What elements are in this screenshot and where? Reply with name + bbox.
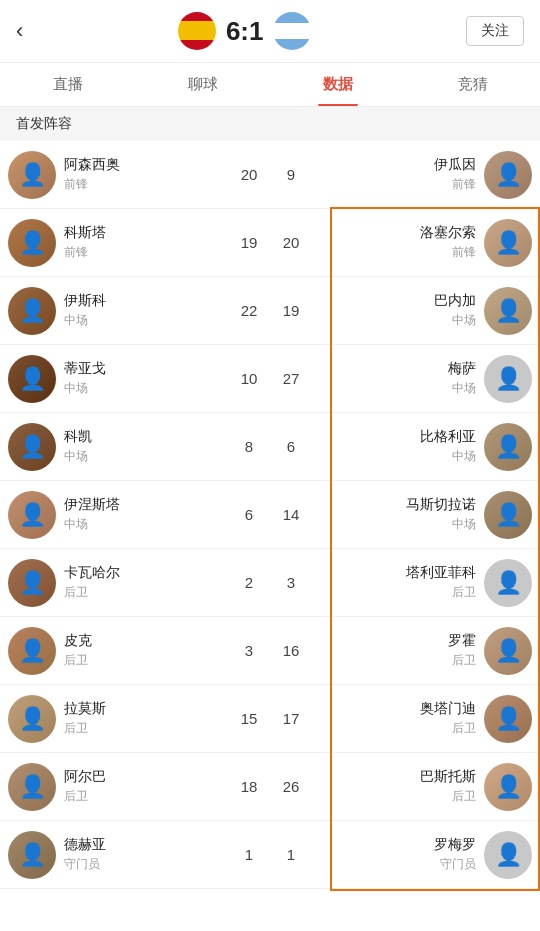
player-info: 拉莫斯 后卫 bbox=[64, 700, 106, 737]
player-pos: 中场 bbox=[406, 516, 476, 533]
num-left: 8 bbox=[237, 438, 261, 455]
tab-live[interactable]: 直播 bbox=[0, 63, 135, 106]
player-pos: 后卫 bbox=[406, 584, 476, 601]
player-pos: 中场 bbox=[434, 312, 476, 329]
player-info: 蒂亚戈 中场 bbox=[64, 360, 106, 397]
left-player: 👤 皮克 后卫 bbox=[8, 627, 227, 675]
right-player-info: 巴斯托斯 后卫 bbox=[420, 768, 476, 805]
avatar: 👤 bbox=[8, 287, 56, 335]
left-player: 👤 蒂亚戈 中场 bbox=[8, 355, 227, 403]
right-player: 洛塞尔索 前锋 👤 bbox=[313, 219, 532, 267]
num-right: 17 bbox=[279, 710, 303, 727]
player-name: 阿森西奥 bbox=[64, 156, 120, 174]
player-name: 皮克 bbox=[64, 632, 92, 650]
num-left: 2 bbox=[237, 574, 261, 591]
right-player: 罗霍 后卫 👤 bbox=[313, 627, 532, 675]
avatar: 👤 bbox=[8, 831, 56, 879]
right-player: 罗梅罗 守门员 👤 bbox=[313, 831, 532, 879]
player-info: 科凯 中场 bbox=[64, 428, 92, 465]
table-row: 👤 蒂亚戈 中场 10 27 梅萨 中场 👤 bbox=[0, 345, 540, 413]
player-pos: 后卫 bbox=[420, 720, 476, 737]
player-pos: 后卫 bbox=[64, 652, 92, 669]
num-right: 3 bbox=[279, 574, 303, 591]
left-player: 👤 拉莫斯 后卫 bbox=[8, 695, 227, 743]
player-name: 拉莫斯 bbox=[64, 700, 106, 718]
argentina-flag bbox=[273, 12, 311, 50]
player-name: 罗霍 bbox=[448, 632, 476, 650]
num-right: 14 bbox=[279, 506, 303, 523]
player-name: 洛塞尔索 bbox=[420, 224, 476, 242]
avatar: 👤 bbox=[484, 423, 532, 471]
player-pos: 前锋 bbox=[64, 244, 106, 261]
num-left: 15 bbox=[237, 710, 261, 727]
avatar: 👤 bbox=[484, 831, 532, 879]
player-pos: 中场 bbox=[64, 380, 106, 397]
avatar: 👤 bbox=[8, 695, 56, 743]
player-list: 👤 阿森西奥 前锋 20 9 伊瓜因 前锋 👤 👤 科斯塔 前锋 bbox=[0, 141, 540, 889]
left-player: 👤 伊涅斯塔 中场 bbox=[8, 491, 227, 539]
table-row: 👤 伊涅斯塔 中场 6 14 马斯切拉诺 中场 👤 bbox=[0, 481, 540, 549]
spain-flag bbox=[178, 12, 216, 50]
tab-chat[interactable]: 聊球 bbox=[135, 63, 270, 106]
right-player-info: 巴内加 中场 bbox=[434, 292, 476, 329]
tab-predict[interactable]: 竞猜 bbox=[405, 63, 540, 106]
numbers: 8 6 bbox=[227, 438, 313, 455]
right-player-info: 罗霍 后卫 bbox=[448, 632, 476, 669]
num-left: 10 bbox=[237, 370, 261, 387]
right-player-info: 奥塔门迪 后卫 bbox=[420, 700, 476, 737]
player-info: 伊斯科 中场 bbox=[64, 292, 106, 329]
avatar: 👤 bbox=[8, 355, 56, 403]
player-pos: 中场 bbox=[64, 516, 120, 533]
avatar: 👤 bbox=[484, 627, 532, 675]
player-name: 卡瓦哈尔 bbox=[64, 564, 120, 582]
left-player: 👤 阿森西奥 前锋 bbox=[8, 151, 227, 199]
player-info: 伊涅斯塔 中场 bbox=[64, 496, 120, 533]
player-pos: 中场 bbox=[448, 380, 476, 397]
player-pos: 中场 bbox=[420, 448, 476, 465]
num-right: 9 bbox=[279, 166, 303, 183]
avatar: 👤 bbox=[484, 559, 532, 607]
tab-data[interactable]: 数据 bbox=[270, 63, 405, 106]
player-name: 罗梅罗 bbox=[434, 836, 476, 854]
table-row: 👤 卡瓦哈尔 后卫 2 3 塔利亚菲科 后卫 👤 bbox=[0, 549, 540, 617]
right-player-info: 罗梅罗 守门员 bbox=[434, 836, 476, 873]
num-left: 19 bbox=[237, 234, 261, 251]
player-pos: 前锋 bbox=[434, 176, 476, 193]
player-pos: 后卫 bbox=[64, 584, 120, 601]
player-pos: 前锋 bbox=[64, 176, 120, 193]
left-player: 👤 科斯塔 前锋 bbox=[8, 219, 227, 267]
back-button[interactable]: ‹ bbox=[16, 18, 23, 44]
right-player-info: 梅萨 中场 bbox=[448, 360, 476, 397]
player-name: 梅萨 bbox=[448, 360, 476, 378]
right-player: 奥塔门迪 后卫 👤 bbox=[313, 695, 532, 743]
table-row: 👤 阿尔巴 后卫 18 26 巴斯托斯 后卫 👤 bbox=[0, 753, 540, 821]
right-player-info: 洛塞尔索 前锋 bbox=[420, 224, 476, 261]
table-row: 👤 科凯 中场 8 6 比格利亚 中场 👤 bbox=[0, 413, 540, 481]
left-player: 👤 德赫亚 守门员 bbox=[8, 831, 227, 879]
avatar: 👤 bbox=[8, 627, 56, 675]
avatar: 👤 bbox=[484, 695, 532, 743]
player-name: 德赫亚 bbox=[64, 836, 106, 854]
num-left: 6 bbox=[237, 506, 261, 523]
player-info: 阿森西奥 前锋 bbox=[64, 156, 120, 193]
num-right: 26 bbox=[279, 778, 303, 795]
follow-button[interactable]: 关注 bbox=[466, 16, 524, 46]
right-player: 巴斯托斯 后卫 👤 bbox=[313, 763, 532, 811]
avatar: 👤 bbox=[484, 763, 532, 811]
right-player: 比格利亚 中场 👤 bbox=[313, 423, 532, 471]
numbers: 22 19 bbox=[227, 302, 313, 319]
player-pos: 后卫 bbox=[420, 788, 476, 805]
numbers: 2 3 bbox=[227, 574, 313, 591]
right-player: 伊瓜因 前锋 👤 bbox=[313, 151, 532, 199]
player-name: 蒂亚戈 bbox=[64, 360, 106, 378]
player-name: 伊瓜因 bbox=[434, 156, 476, 174]
table-row: 👤 科斯塔 前锋 19 20 洛塞尔索 前锋 👤 bbox=[0, 209, 540, 277]
num-left: 18 bbox=[237, 778, 261, 795]
table-row: 👤 皮克 后卫 3 16 罗霍 后卫 👤 bbox=[0, 617, 540, 685]
right-player-info: 比格利亚 中场 bbox=[420, 428, 476, 465]
right-player-info: 马斯切拉诺 中场 bbox=[406, 496, 476, 533]
avatar: 👤 bbox=[8, 151, 56, 199]
table-row: 👤 德赫亚 守门员 1 1 罗梅罗 守门员 👤 bbox=[0, 821, 540, 889]
avatar: 👤 bbox=[484, 151, 532, 199]
right-player-info: 伊瓜因 前锋 bbox=[434, 156, 476, 193]
